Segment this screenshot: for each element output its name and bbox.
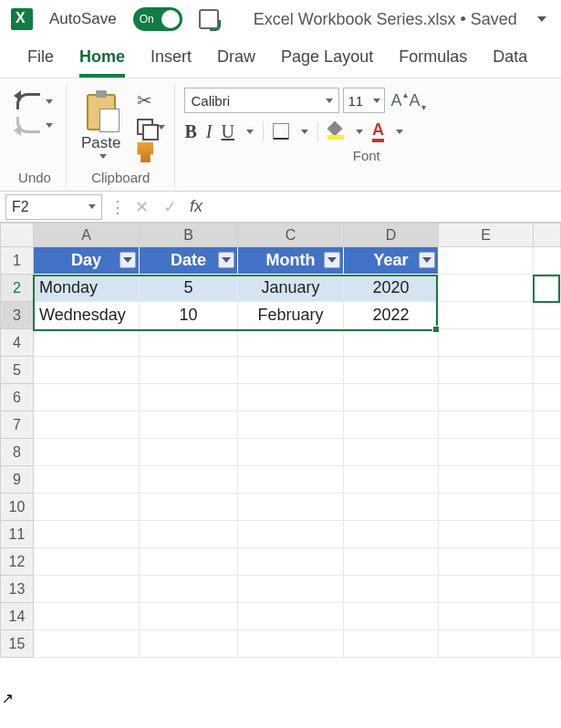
cell[interactable]: [439, 494, 534, 521]
font-name-select[interactable]: Calibri: [184, 88, 339, 113]
worksheet-grid[interactable]: A B C D E 1 Day Date Month Year 2 Monday…: [0, 223, 561, 658]
cell-c3[interactable]: February: [238, 302, 344, 329]
col-header-d[interactable]: D: [344, 224, 439, 247]
increase-font-icon[interactable]: A: [389, 91, 403, 110]
cell[interactable]: [344, 603, 439, 630]
fill-color-icon[interactable]: [327, 123, 344, 140]
cell[interactable]: [34, 630, 140, 658]
cell-c2[interactable]: January: [238, 275, 344, 302]
cell[interactable]: [439, 548, 534, 576]
cell[interactable]: [34, 494, 140, 521]
cell[interactable]: [534, 247, 561, 275]
cell-a3[interactable]: Wednesday: [34, 302, 140, 329]
cell[interactable]: [439, 357, 534, 384]
cell[interactable]: [238, 411, 344, 439]
cell[interactable]: [439, 329, 534, 357]
cell[interactable]: [439, 603, 534, 630]
tab-formulas[interactable]: Formulas: [399, 47, 467, 78]
cell[interactable]: [34, 411, 140, 439]
cell[interactable]: [534, 329, 561, 357]
row-header-3[interactable]: 3: [1, 302, 34, 329]
cell[interactable]: [34, 603, 140, 630]
cell[interactable]: [534, 302, 561, 329]
tab-draw[interactable]: Draw: [217, 47, 255, 78]
cell[interactable]: [238, 329, 344, 357]
cell[interactable]: [534, 439, 561, 466]
cell[interactable]: [140, 576, 238, 603]
paste-icon[interactable]: [87, 94, 116, 130]
cell[interactable]: [439, 411, 534, 439]
cell[interactable]: [238, 521, 344, 548]
row-header-1[interactable]: 1: [1, 247, 34, 275]
cell[interactable]: [344, 384, 439, 411]
cell[interactable]: [439, 521, 534, 548]
vdots-icon[interactable]: ⋮: [108, 197, 128, 217]
cell[interactable]: [34, 576, 140, 603]
cell[interactable]: [344, 576, 439, 603]
bold-button[interactable]: B: [184, 121, 196, 142]
cell[interactable]: [140, 630, 238, 658]
cell[interactable]: [238, 630, 344, 658]
cell[interactable]: [534, 603, 561, 630]
cell[interactable]: [534, 548, 561, 576]
cell[interactable]: [238, 439, 344, 466]
cell[interactable]: [238, 576, 344, 603]
cell[interactable]: [439, 466, 534, 494]
cell[interactable]: [344, 357, 439, 384]
tab-home[interactable]: Home: [79, 47, 125, 78]
cell[interactable]: [238, 466, 344, 494]
row-header-9[interactable]: 9: [1, 466, 34, 494]
title-dropdown-icon[interactable]: [537, 16, 546, 22]
underline-button[interactable]: U: [222, 121, 234, 142]
chevron-down-icon[interactable]: [46, 123, 53, 128]
cell[interactable]: [534, 466, 561, 494]
filter-icon[interactable]: [218, 252, 234, 268]
cell[interactable]: [534, 630, 561, 658]
chevron-down-icon[interactable]: [301, 130, 308, 134]
cell[interactable]: [534, 275, 561, 302]
chevron-down-icon[interactable]: [99, 154, 107, 159]
cell[interactable]: [140, 439, 238, 466]
cell[interactable]: [344, 439, 439, 466]
paste-label[interactable]: Paste: [81, 134, 120, 152]
cell[interactable]: [534, 521, 561, 548]
copy-button[interactable]: [137, 119, 165, 135]
filter-icon[interactable]: [419, 252, 435, 268]
cell-e2[interactable]: [439, 275, 534, 302]
cell[interactable]: [140, 357, 238, 384]
cell[interactable]: [344, 630, 439, 658]
cell[interactable]: [344, 521, 439, 548]
table-header-day[interactable]: Day: [34, 247, 140, 275]
cell[interactable]: [534, 494, 561, 521]
cell[interactable]: [34, 439, 140, 466]
cell-b3[interactable]: 10: [140, 302, 238, 329]
filter-icon[interactable]: [324, 252, 340, 268]
cell[interactable]: [34, 384, 140, 411]
tab-file[interactable]: File: [27, 47, 54, 78]
tab-data[interactable]: Data: [493, 47, 527, 78]
chevron-down-icon[interactable]: [158, 125, 165, 130]
cell[interactable]: [140, 329, 238, 357]
cell[interactable]: [34, 548, 140, 576]
cell[interactable]: [140, 494, 238, 521]
cell[interactable]: [238, 603, 344, 630]
font-size-select[interactable]: 11: [343, 88, 385, 113]
cell[interactable]: [238, 384, 344, 411]
cell[interactable]: [534, 576, 561, 603]
cell[interactable]: [534, 384, 561, 411]
cell[interactable]: [344, 329, 439, 357]
row-header-11[interactable]: 11: [1, 521, 34, 548]
row-header-13[interactable]: 13: [1, 576, 34, 603]
cell-a2[interactable]: Monday: [34, 275, 140, 302]
cell[interactable]: [344, 466, 439, 494]
col-header-a[interactable]: A: [34, 224, 140, 247]
cell[interactable]: [439, 302, 534, 329]
chevron-down-icon[interactable]: [46, 99, 53, 104]
cell-d2[interactable]: 2020: [344, 275, 439, 302]
cell[interactable]: [34, 357, 140, 384]
row-header-7[interactable]: 7: [1, 411, 34, 439]
format-painter-icon[interactable]: [137, 142, 153, 162]
cell[interactable]: [140, 384, 238, 411]
cell[interactable]: [439, 247, 534, 275]
cell[interactable]: [534, 411, 561, 439]
